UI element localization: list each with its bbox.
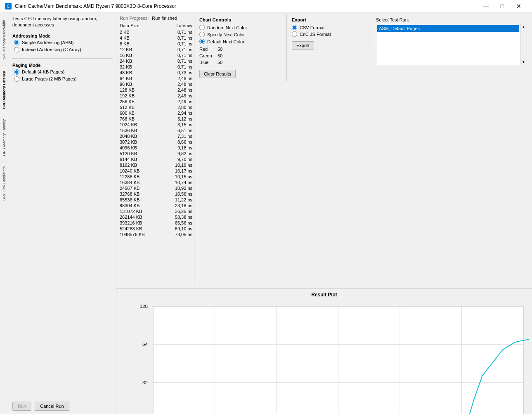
data-table-container[interactable]: Data Size Latency 2 KB0,71 ns4 KB0,71 ns… [118, 22, 194, 286]
run-button[interactable]: Run [12, 402, 31, 411]
data-table: Data Size Latency 2 KB0,71 ns4 KB0,71 ns… [118, 22, 194, 237]
carray-radio-item[interactable]: Indexed Addressing (C Array) [14, 47, 113, 52]
table-row: 10240 KB10,17 ns [118, 168, 194, 174]
y-axis-label: Latency (ns) [120, 301, 126, 414]
table-row: 524288 KB69,10 ns [118, 226, 194, 232]
chart-area: Result Plot Latency (ns) [116, 289, 532, 414]
svg-text:C: C [7, 4, 9, 9]
run-progress-header: Run Progress: Run finished [118, 14, 194, 22]
table-row: 24 KB0,71 ns [118, 58, 194, 64]
export-title: Export [292, 17, 367, 22]
table-row: 4096 KB9,18 ns [118, 145, 194, 151]
table-row: 96 KB2,48 ns [118, 81, 194, 87]
table-row: 256 KB2,49 ns [118, 99, 194, 104]
chart-svg-container: 128 64 32 16 8 [126, 301, 529, 414]
table-row: 98304 KB23,18 ns [118, 203, 194, 208]
blue-label: Blue [199, 60, 216, 65]
tab-gpu-link-bandwidth[interactable]: GPU Link Bandwidth [1, 163, 8, 204]
select-test-label: Select Test Run: [376, 17, 527, 22]
table-row: 128 KB2,48 ns [118, 87, 194, 93]
table-row: 600 KB2,94 ns [118, 110, 194, 116]
description: Tests CPU memory latency using random, d… [12, 16, 113, 28]
test-list[interactable]: ASM, Default Pages [376, 24, 520, 65]
run-progress-label: Run Progress: [120, 16, 149, 21]
table-row: 8 KB0,71 ns [118, 41, 194, 47]
default-color-option[interactable]: Default Next Color [199, 39, 283, 44]
table-row: 3072 KB8,66 ns [118, 139, 194, 145]
large2m-label: Large Pages (2 MB Pages) [22, 76, 77, 81]
chart-title: Result Plot [120, 292, 529, 298]
clear-results-button[interactable]: Clear Results [199, 70, 236, 78]
table-row: 16384 KB10,74 ns [118, 180, 194, 185]
run-progress-section: Run Progress: Run finished Data Size Lat… [118, 14, 194, 286]
table-row: 12288 KB10,15 ns [118, 174, 194, 180]
specify-color-option[interactable]: Specify Next Color [199, 32, 283, 37]
random-color-radio[interactable] [199, 25, 205, 30]
carray-radio[interactable] [14, 47, 19, 52]
default-color-radio[interactable] [199, 39, 205, 44]
default4k-radio[interactable] [14, 69, 19, 75]
maximize-button[interactable]: □ [494, 0, 511, 12]
table-row: 1024 KB3,15 ns [118, 122, 194, 128]
red-label: Red [199, 47, 216, 52]
table-row: 131072 KB36,25 ns [118, 208, 194, 214]
table-row: 32 KB0,71 ns [118, 64, 194, 70]
right-panel: Run Progress: Run finished Data Size Lat… [116, 12, 532, 414]
red-value: 50 [218, 47, 222, 52]
green-row: Green 50 [199, 53, 283, 58]
run-status: Run finished [152, 16, 177, 21]
left-panel: Tests CPU memory latency using random, d… [9, 12, 116, 414]
table-row: 12 KB0,71 ns [118, 47, 194, 52]
close-button[interactable]: ✕ [511, 0, 527, 12]
table-row: 393216 KB66,56 ns [118, 220, 194, 226]
chart-controls-title: Chart Controls [199, 17, 283, 22]
default4k-label: Default (4 KB Pages) [22, 69, 64, 74]
title-bar-text: Clam Cache/Mem Benchmark: AMD Ryzen 7 98… [15, 3, 478, 9]
minimize-button[interactable]: — [478, 0, 494, 12]
cancel-run-button[interactable]: Cancel Run [35, 402, 69, 411]
title-bar: C Clam Cache/Mem Benchmark: AMD Ryzen 7 … [0, 0, 532, 12]
csv-format-radio[interactable] [292, 25, 297, 30]
table-row: 8192 KB10,19 ns [118, 162, 194, 168]
table-row: 2048 KB7,31 ns [118, 133, 194, 139]
table-row: 16 KB0,71 ns [118, 52, 194, 58]
cnc-format-radio[interactable] [292, 31, 297, 37]
table-row: 32768 KB10,56 ns [118, 191, 194, 197]
chart-wrapper: Latency (ns) 128 [120, 301, 529, 414]
asm-label: Simple Addressing (ASM) [22, 40, 73, 45]
default-color-label: Default Next Color [207, 39, 244, 44]
csv-format-label: CSV Format [300, 25, 325, 30]
specify-color-label: Specify Next Color [207, 32, 245, 37]
table-row: 192 KB2,49 ns [118, 93, 194, 99]
cnc-format-option[interactable]: CnC JS Format [292, 31, 367, 37]
table-row: 512 KB2,80 ns [118, 104, 194, 110]
blue-row: Blue 50 [199, 60, 283, 65]
col-latency: Latency [162, 22, 194, 29]
carray-label: Indexed Addressing (C Array) [22, 47, 81, 52]
large2m-radio[interactable] [14, 76, 19, 82]
random-color-option[interactable]: Random Next Color [199, 25, 283, 30]
csv-format-option[interactable]: CSV Format [292, 25, 367, 30]
green-label: Green [199, 53, 216, 58]
asm-radio-item[interactable]: Simple Addressing (ASM) [14, 40, 113, 45]
table-row: 65536 KB11,22 ns [118, 197, 194, 203]
table-row: 6144 KB9,70 ns [118, 156, 194, 162]
tab-cpu-memory-latency[interactable]: CPU Memory Latency [1, 68, 8, 113]
app-icon: C [5, 3, 12, 9]
default4k-radio-item[interactable]: Default (4 KB Pages) [14, 69, 113, 75]
scrollbar[interactable]: ▲ ▼ [520, 24, 527, 65]
large2m-radio-item[interactable]: Large Pages (2 MB Pages) [14, 76, 113, 82]
svg-text:64: 64 [142, 341, 148, 347]
table-row: 64 KB2,48 ns [118, 76, 194, 81]
chart-svg: 128 64 32 16 8 [126, 301, 529, 414]
test-list-item[interactable]: ASM, Default Pages [377, 25, 519, 32]
specify-color-radio[interactable] [199, 32, 205, 37]
asm-radio[interactable] [14, 40, 19, 45]
export-button[interactable]: Export [292, 41, 314, 50]
tab-cpu-memory-bandwidth[interactable]: CPU Memory Bandwidth [1, 17, 8, 64]
addressing-mode-group: Simple Addressing (ASM) Indexed Addressi… [12, 40, 113, 52]
tab-gpu-memory-latency[interactable]: GPU Memory Latency [1, 116, 8, 159]
svg-text:32: 32 [142, 380, 148, 385]
paging-mode-label: Paging Mode [12, 63, 113, 68]
paging-mode-group: Default (4 KB Pages) Large Pages (2 MB P… [12, 69, 113, 82]
